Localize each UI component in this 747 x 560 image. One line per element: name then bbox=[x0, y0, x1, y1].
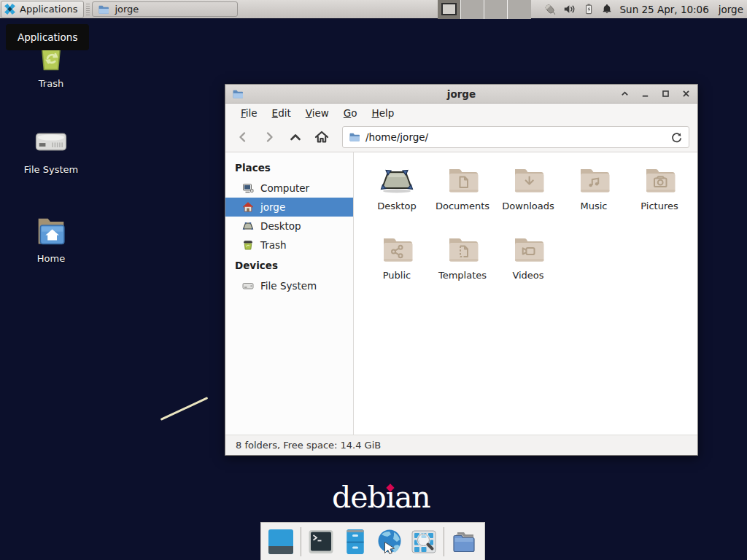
desktop-icon-label: File System bbox=[24, 164, 78, 175]
directory-menu-button[interactable] bbox=[449, 527, 479, 556]
workspace-4[interactable] bbox=[508, 0, 531, 19]
location-folder-icon bbox=[349, 131, 360, 143]
sidebar-item-label: Desktop bbox=[260, 220, 301, 232]
desktop-icon-home[interactable]: Home bbox=[10, 211, 92, 264]
workspace-2[interactable] bbox=[461, 0, 484, 19]
battery-charging-icon[interactable] bbox=[583, 3, 595, 15]
workspace-window-preview bbox=[441, 3, 457, 15]
web-browser-icon bbox=[375, 527, 404, 556]
location-path[interactable]: /home/jorge/ bbox=[365, 131, 665, 143]
terminal-icon bbox=[306, 527, 336, 556]
top-panel: Applications jorge bbox=[0, 0, 747, 19]
minimize-button[interactable] bbox=[640, 89, 650, 98]
debian-logo-text: deb bbox=[332, 481, 386, 514]
sidebar-item-label: Trash bbox=[260, 239, 287, 251]
reload-icon[interactable] bbox=[670, 131, 683, 144]
applications-menu-button[interactable]: Applications bbox=[1, 1, 84, 18]
file-label: Desktop bbox=[377, 201, 417, 211]
file-label: Pictures bbox=[640, 201, 678, 211]
music-folder-icon bbox=[576, 163, 611, 198]
file-label: Downloads bbox=[502, 201, 554, 211]
window-titlebar[interactable]: jorge bbox=[225, 85, 697, 104]
desktop-icon-file-system[interactable]: File System bbox=[10, 124, 92, 175]
file-manager-launcher[interactable] bbox=[341, 527, 370, 556]
workspace-pager bbox=[438, 0, 531, 19]
show-desktop-button[interactable] bbox=[266, 527, 295, 556]
debian-logo: debıan bbox=[332, 481, 430, 514]
sidebar-item-file-system[interactable]: File System bbox=[225, 276, 353, 295]
file-videos[interactable]: Videos bbox=[495, 228, 561, 293]
file-label: Videos bbox=[512, 270, 543, 281]
maximize-button[interactable] bbox=[661, 89, 670, 98]
file-pictures[interactable]: Pictures bbox=[627, 158, 692, 224]
file-downloads[interactable]: Downloads bbox=[495, 158, 561, 224]
application-finder-launcher[interactable] bbox=[409, 527, 438, 556]
web-browser-launcher[interactable] bbox=[375, 527, 404, 556]
public-folder-icon bbox=[379, 232, 414, 267]
applications-tooltip: Applications bbox=[6, 24, 89, 50]
file-public[interactable]: Public bbox=[364, 228, 430, 293]
menu-file[interactable]: File bbox=[233, 104, 265, 122]
up-button[interactable] bbox=[284, 126, 306, 148]
close-button[interactable] bbox=[681, 89, 691, 98]
panel-separator-handle bbox=[86, 4, 90, 15]
menubar: File Edit View Go Help bbox=[225, 104, 697, 122]
mouse-device-icon[interactable] bbox=[543, 3, 557, 16]
forward-icon bbox=[262, 130, 276, 144]
back-button[interactable] bbox=[231, 126, 254, 148]
file-label: Templates bbox=[438, 270, 487, 281]
sidebar-item-jorge[interactable]: jorge bbox=[225, 198, 353, 217]
file-desktop[interactable]: Desktop bbox=[364, 158, 430, 224]
home-folder-icon bbox=[32, 211, 70, 249]
file-music[interactable]: Music bbox=[561, 158, 627, 224]
pictures-folder-icon bbox=[642, 163, 677, 198]
workspace-3[interactable] bbox=[484, 0, 508, 19]
terminal-launcher[interactable] bbox=[306, 527, 336, 556]
sidebar-item-desktop[interactable]: Desktop bbox=[225, 217, 353, 236]
sidebar-item-trash[interactable]: Trash bbox=[225, 236, 353, 254]
menu-view[interactable]: View bbox=[298, 104, 336, 122]
file-view[interactable]: Desktop Documents bbox=[354, 152, 697, 435]
wallpaper-scratch-line bbox=[160, 397, 209, 421]
sidebar-item-label: jorge bbox=[260, 201, 285, 213]
taskbar-window-label: jorge bbox=[115, 4, 139, 15]
workspace-1[interactable] bbox=[438, 0, 461, 19]
show-desktop-icon bbox=[266, 527, 295, 556]
panel-user-menu[interactable]: jorge bbox=[719, 4, 743, 15]
file-label: Public bbox=[383, 270, 411, 281]
debian-logo-i: ı bbox=[386, 481, 395, 514]
toolbar: /home/jorge/ bbox=[225, 122, 697, 152]
home-button[interactable] bbox=[310, 126, 333, 148]
menu-help[interactable]: Help bbox=[365, 104, 402, 122]
file-label: Documents bbox=[436, 201, 489, 211]
taskbar-window-button[interactable]: jorge bbox=[92, 1, 238, 17]
videos-folder-icon bbox=[511, 232, 546, 267]
harddrive-icon bbox=[32, 124, 70, 160]
harddrive-icon bbox=[242, 280, 254, 292]
dock-separator bbox=[301, 527, 301, 556]
computer-icon bbox=[242, 182, 254, 194]
documents-folder-icon bbox=[445, 163, 480, 198]
sidebar: Places Computer bbox=[225, 152, 354, 435]
file-templates[interactable]: Templates bbox=[430, 228, 495, 293]
window-icon bbox=[232, 88, 244, 100]
location-bar[interactable]: /home/jorge/ bbox=[342, 126, 689, 148]
window-controls bbox=[620, 89, 691, 98]
templates-folder-icon bbox=[445, 232, 480, 267]
notification-bell-icon[interactable] bbox=[601, 3, 613, 15]
volume-icon[interactable] bbox=[563, 3, 576, 15]
window-body: Places Computer bbox=[225, 152, 697, 435]
file-documents[interactable]: Documents bbox=[430, 158, 495, 224]
forward-button[interactable] bbox=[258, 126, 280, 148]
desktop-folder-icon bbox=[379, 163, 414, 198]
panel-clock[interactable]: Sun 25 Apr, 10:06 bbox=[620, 4, 709, 15]
status-text: 8 folders, Free space: 14.4 GiB bbox=[236, 440, 381, 451]
xfce-logo-icon bbox=[4, 3, 16, 15]
desktop-icon bbox=[242, 220, 254, 232]
applications-menu-label: Applications bbox=[20, 4, 77, 15]
menu-edit[interactable]: Edit bbox=[265, 104, 298, 122]
shade-button[interactable] bbox=[620, 89, 630, 98]
menu-go[interactable]: Go bbox=[336, 104, 365, 122]
sidebar-item-computer[interactable]: Computer bbox=[225, 179, 353, 198]
statusbar: 8 folders, Free space: 14.4 GiB bbox=[225, 435, 697, 455]
